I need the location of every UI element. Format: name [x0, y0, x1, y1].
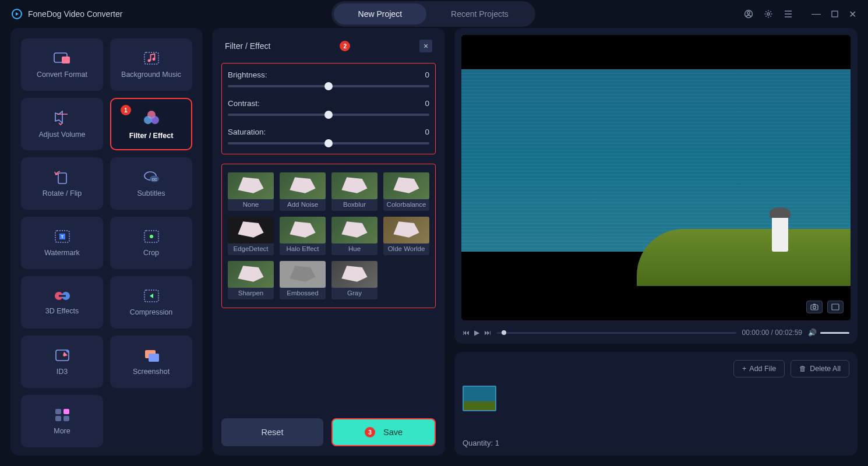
filter-colorbalance[interactable]: Colorbalance — [383, 172, 429, 211]
filter-none[interactable]: None — [228, 172, 274, 211]
subtitles-icon: CC — [142, 170, 161, 185]
filter-add-noise[interactable]: Add Noise — [280, 172, 326, 211]
tool-screenshot[interactable]: Screenshot — [110, 336, 192, 388]
watermark-icon: T — [52, 229, 72, 244]
slider-thumb[interactable] — [324, 139, 333, 147]
background-music-icon — [142, 51, 161, 66]
convert-format-icon — [52, 51, 72, 66]
tool-label: Convert Format — [37, 70, 87, 79]
svg-rect-27 — [55, 409, 61, 414]
crop-icon — [142, 229, 161, 244]
tool-filter-effect[interactable]: 1Filter / Effect — [110, 98, 192, 150]
seek-slider[interactable] — [497, 332, 736, 334]
save-button[interactable]: 3 Save — [331, 418, 436, 446]
tool-subtitles[interactable]: CCSubtitles — [110, 157, 192, 210]
slider-label: Brightness: — [228, 70, 267, 79]
panel-close-icon[interactable]: × — [419, 40, 432, 52]
slider-value: 0 — [425, 128, 429, 136]
account-icon[interactable] — [744, 9, 753, 19]
filter-effect-panel: Filter / Effect 2 × Brightness:0Contrast… — [212, 28, 445, 456]
tool-label: More — [54, 427, 70, 435]
play-icon[interactable]: ▶ — [474, 329, 479, 337]
filter-halo-effect[interactable]: Halo Effect — [280, 217, 326, 255]
svg-rect-29 — [55, 416, 61, 421]
filter-edgedetect[interactable]: EdgeDetect — [228, 217, 274, 255]
app-brand: FoneDog Video Converter — [12, 9, 122, 19]
filter-hue[interactable]: Hue — [331, 217, 377, 255]
app-title: FoneDog Video Converter — [28, 9, 122, 19]
svg-point-8 — [152, 58, 155, 61]
tool-3d-effects[interactable]: 3D Effects — [21, 276, 103, 329]
save-button-label: Save — [383, 428, 403, 437]
svg-rect-12 — [58, 173, 66, 183]
clip-thumbnail[interactable] — [463, 386, 496, 411]
panel-title: Filter / Effect — [225, 41, 270, 51]
filter-effect-icon — [141, 108, 162, 127]
svg-point-11 — [151, 116, 159, 124]
slider-track[interactable] — [228, 114, 429, 116]
filter-label: Boxblur — [331, 198, 377, 211]
sliders-group: Brightness:0Contrast:0Saturation:0 — [221, 63, 436, 154]
fullscreen-icon[interactable] — [827, 301, 844, 313]
svg-rect-5 — [62, 57, 70, 63]
tab-new-project[interactable]: New Project — [334, 3, 426, 24]
filter-label: None — [228, 198, 274, 211]
filter-embossed[interactable]: Embossed — [280, 261, 326, 299]
adjust-volume-icon — [52, 110, 72, 126]
menu-icon[interactable] — [784, 10, 793, 18]
tab-recent-projects[interactable]: Recent Projects — [426, 3, 533, 24]
svg-text:T: T — [61, 235, 63, 239]
tool-rotate-flip[interactable]: Rotate / Flip — [21, 157, 103, 210]
slider-track[interactable] — [228, 85, 429, 87]
prev-icon[interactable]: ⏮ — [463, 329, 470, 337]
slider-label: Contrast: — [228, 99, 260, 108]
tool-crop[interactable]: Crop — [110, 217, 192, 269]
tool-background-music[interactable]: Background Music — [110, 38, 192, 91]
settings-icon[interactable] — [764, 9, 773, 19]
reset-button[interactable]: Reset — [221, 418, 323, 446]
tool-label: Compression — [130, 308, 173, 316]
volume-slider[interactable] — [820, 332, 849, 334]
tool-id3[interactable]: ID3 — [21, 336, 103, 388]
slider-value: 0 — [425, 70, 429, 79]
filter-gray[interactable]: Gray — [331, 261, 377, 299]
tool-label: ID3 — [57, 368, 68, 376]
filter-label: Embossed — [280, 287, 326, 299]
app-logo-icon — [12, 9, 22, 19]
maximize-icon[interactable] — [831, 10, 838, 17]
filter-label: Sharpen — [228, 287, 274, 299]
tool-adjust-volume[interactable]: Adjust Volume — [21, 98, 103, 150]
slider-track[interactable] — [228, 142, 429, 144]
tool-compression[interactable]: Compression — [110, 276, 192, 329]
filter-olde-worlde[interactable]: Olde Worlde — [383, 217, 429, 255]
filter-grid: NoneAdd NoiseBoxblurColorbalanceEdgeDete… — [221, 164, 436, 308]
snapshot-icon[interactable] — [806, 301, 823, 313]
slider-thumb[interactable] — [324, 111, 333, 119]
delete-all-button[interactable]: 🗑Delete All — [791, 360, 849, 377]
tool-label: Adjust Volume — [39, 130, 86, 139]
slider-thumb[interactable] — [324, 82, 333, 90]
tool-label: Watermark — [44, 249, 80, 257]
tool-convert-format[interactable]: Convert Format — [21, 38, 103, 91]
filter-boxblur[interactable]: Boxblur — [331, 172, 377, 211]
trash-icon: 🗑 — [799, 365, 807, 373]
filter-sharpen[interactable]: Sharpen — [228, 261, 274, 299]
close-icon[interactable]: ✕ — [849, 9, 856, 20]
minimize-icon[interactable]: — — [811, 9, 821, 19]
next-icon[interactable]: ⏭ — [484, 329, 491, 337]
volume-icon[interactable]: 🔊 — [808, 329, 817, 337]
add-file-button[interactable]: +Add File — [733, 360, 785, 377]
title-bar: FoneDog Video Converter New Project Rece… — [0, 0, 868, 28]
video-preview[interactable] — [461, 35, 851, 320]
svg-point-20 — [150, 235, 153, 238]
filter-label: Add Noise — [280, 198, 326, 211]
filter-label: EdgeDetect — [228, 242, 274, 255]
tool-more[interactable]: More — [21, 395, 103, 447]
tool-label: Rotate / Flip — [43, 189, 82, 197]
screenshot-icon — [142, 348, 161, 363]
project-tabs: New Project Recent Projects — [331, 1, 535, 27]
tool-watermark[interactable]: TWatermark — [21, 217, 103, 269]
svg-point-2 — [767, 13, 770, 15]
tool-sidebar: Convert FormatBackground MusicAdjust Vol… — [10, 28, 203, 456]
slider-label: Saturation: — [228, 128, 266, 136]
